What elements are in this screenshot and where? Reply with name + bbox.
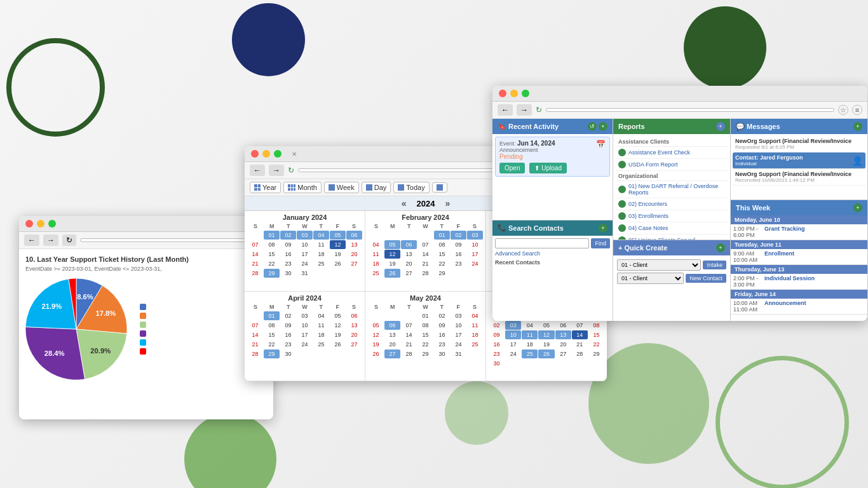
cal-day[interactable]: 27 xyxy=(555,349,571,358)
cal-day[interactable]: 06 xyxy=(384,321,400,330)
cal-days-jan[interactable]: 01 02 03 04 05 06 07 08 09 10 11 12 13 1… xyxy=(247,231,362,278)
dash-address[interactable] xyxy=(546,108,834,112)
cal-day[interactable]: 29 xyxy=(264,269,280,278)
cal-day[interactable]: 06 xyxy=(401,240,417,249)
cal-day[interactable]: 11 xyxy=(467,321,483,330)
cal-day[interactable]: 26 xyxy=(330,340,346,349)
cal-day[interactable]: 10 xyxy=(467,240,483,249)
cal-day[interactable] xyxy=(401,311,417,320)
cal-day[interactable]: 14 xyxy=(401,330,417,339)
cal-day[interactable]: 27 xyxy=(401,269,417,278)
cal-refresh[interactable]: ↻ xyxy=(288,166,294,175)
cal-day[interactable]: 13 xyxy=(401,250,417,259)
report-item-encounters[interactable]: 02) Encounters xyxy=(616,198,728,210)
cal-day[interactable]: 12 xyxy=(368,330,384,339)
cal-day[interactable]: 20 xyxy=(401,259,417,268)
cal-day[interactable]: 25 xyxy=(368,269,384,278)
cal-day[interactable]: 15 xyxy=(264,250,280,259)
dash-tl-red[interactable] xyxy=(499,90,506,97)
cal-day[interactable]: 01 xyxy=(264,311,280,320)
cal-day[interactable]: 04 xyxy=(522,321,538,330)
week-event-session[interactable]: 2:00 PM -3:00 PM Individual Session xyxy=(731,274,867,289)
cal-day[interactable]: 04 xyxy=(313,311,329,320)
cal-day[interactable]: 27 xyxy=(384,349,400,358)
cal-day[interactable]: 31 xyxy=(297,269,313,278)
cal-day[interactable]: 11 xyxy=(313,240,329,249)
cal-day[interactable]: 11 xyxy=(522,330,538,339)
cal-day[interactable]: 21 xyxy=(572,340,588,349)
cal-days-may[interactable]: 01 02 03 04 05 06 07 08 09 10 11 12 13 1… xyxy=(368,311,483,358)
ra-open-btn[interactable]: Open xyxy=(499,163,525,173)
view-week[interactable]: Week xyxy=(324,182,359,193)
cal-day[interactable]: 12 xyxy=(330,240,346,249)
cal-day[interactable]: 29 xyxy=(264,349,280,358)
cal-day[interactable]: 06 xyxy=(346,231,362,240)
cal-day[interactable]: 16 xyxy=(280,250,296,259)
cal-day[interactable]: 01 xyxy=(434,231,450,240)
cal-day[interactable]: 19 xyxy=(538,340,554,349)
ra-refresh-btn[interactable]: ↺ xyxy=(588,122,597,131)
cal-day[interactable]: 15 xyxy=(417,330,433,339)
qc-new-contact-btn[interactable]: New Contact xyxy=(686,274,726,283)
cal-day[interactable]: 05 xyxy=(368,321,384,330)
view-today[interactable]: Today xyxy=(393,182,429,193)
cal-day[interactable]: 27 xyxy=(346,340,362,349)
find-button[interactable]: Find xyxy=(591,238,610,248)
cal-days-feb[interactable]: 01 02 03 04 05 06 07 08 09 10 11 12 13 1… xyxy=(368,231,483,278)
cal-day[interactable]: 09 xyxy=(280,321,296,330)
cal-day[interactable]: 22 xyxy=(588,340,604,349)
cal-day[interactable]: 17 xyxy=(297,330,313,339)
cal-day[interactable]: 28 xyxy=(401,349,417,358)
cal-day[interactable]: 27 xyxy=(346,259,362,268)
cal-day[interactable]: 13 xyxy=(346,240,362,249)
cal-day[interactable]: 30 xyxy=(280,349,296,358)
cal-day[interactable]: 16 xyxy=(434,330,450,339)
cal-prev-year[interactable]: « xyxy=(398,198,410,208)
cal-day[interactable] xyxy=(368,311,384,320)
cal-day[interactable]: 02 xyxy=(489,321,505,330)
cal-day[interactable]: 24 xyxy=(297,340,313,349)
dash-menu[interactable]: ≡ xyxy=(852,105,862,115)
cal-day[interactable]: 29 xyxy=(417,349,433,358)
cal-back[interactable]: ← xyxy=(250,165,265,176)
qc-select-1[interactable]: 01 - Client xyxy=(617,259,701,271)
cal-day[interactable]: 29 xyxy=(434,269,450,278)
cal-day[interactable]: 10 xyxy=(451,321,466,330)
cal-day[interactable]: 06 xyxy=(346,311,362,320)
cal-day[interactable]: 07 xyxy=(572,321,588,330)
cal-day[interactable]: 01 xyxy=(417,311,433,320)
reports-add-btn[interactable]: + xyxy=(716,122,725,131)
dash-bookmark[interactable]: ☆ xyxy=(838,105,848,115)
address-bar[interactable] xyxy=(80,238,268,242)
dash-back[interactable]: ← xyxy=(498,104,513,116)
cal-day[interactable]: 20 xyxy=(384,340,400,349)
view-year[interactable]: Year xyxy=(250,182,281,193)
view-day[interactable]: Day xyxy=(362,182,391,193)
cal-day[interactable]: 22 xyxy=(264,259,280,268)
cal-day[interactable]: 11 xyxy=(368,250,384,259)
cal-day[interactable]: 02 xyxy=(280,311,296,320)
cal-day[interactable]: 13 xyxy=(384,330,400,339)
cal-day[interactable]: 22 xyxy=(434,259,450,268)
cal-day[interactable]: 15 xyxy=(264,330,280,339)
cal-day[interactable]: 03 xyxy=(505,321,521,330)
cal-day[interactable]: 25 xyxy=(313,259,329,268)
tw-add-btn[interactable]: + xyxy=(853,203,862,212)
cal-day[interactable]: 02 xyxy=(451,231,466,240)
cal-day[interactable]: 24 xyxy=(451,340,466,349)
cal-day[interactable] xyxy=(384,311,400,320)
cal-tl-red[interactable] xyxy=(251,150,259,158)
report-item-event-check[interactable]: Assistance Event Check xyxy=(616,147,728,159)
cal-day[interactable]: 10 xyxy=(297,240,313,249)
cal-day[interactable]: 02 xyxy=(280,231,296,240)
cal-day[interactable]: 03 xyxy=(451,311,466,320)
cal-day[interactable]: 15 xyxy=(588,330,604,339)
cal-day[interactable]: 09 xyxy=(434,321,450,330)
cal-day[interactable]: 25 xyxy=(522,349,538,358)
forward-button[interactable]: → xyxy=(43,234,58,246)
cal-day[interactable]: 18 xyxy=(368,259,384,268)
cal-day[interactable]: 30 xyxy=(489,359,505,368)
cal-day[interactable]: 09 xyxy=(489,330,505,339)
cal-day[interactable]: 23 xyxy=(280,340,296,349)
cal-day[interactable]: 17 xyxy=(297,250,313,259)
